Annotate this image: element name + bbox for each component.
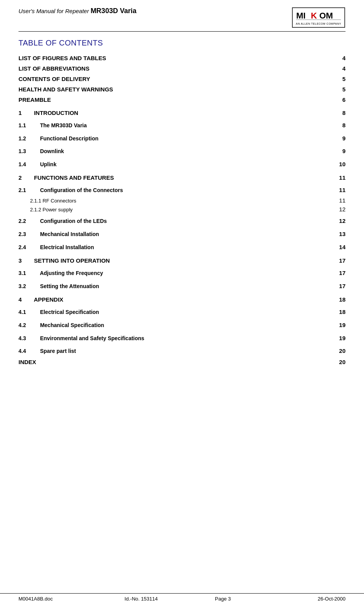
toc-entry-7: 1.2 Functional Description 9 — [18, 131, 346, 144]
toc-text: Uplink — [40, 161, 57, 167]
toc-entry-19: 3.2 Setting the Attenuation 17 — [18, 279, 346, 292]
toc-entry-22: 4.2 Mechanical Specification 19 — [18, 318, 346, 331]
header-title-bold: MR303D Varia — [91, 7, 136, 15]
toc-number: 3.2 — [18, 283, 39, 290]
toc-page: 20 — [338, 347, 346, 355]
toc-text: Power supply — [43, 207, 73, 213]
toc-number: 2.2 — [18, 218, 39, 225]
footer-page: Page 3 — [182, 596, 264, 602]
toc-label: 4.1 Electrical Specification — [18, 309, 99, 316]
page-header: User's Manual for Repeater MR303D Varia … — [18, 7, 346, 32]
toc-page: 12 — [338, 217, 346, 225]
toc-label: 4.3 Environmental and Safety Specificati… — [18, 335, 144, 342]
footer-id: Id.-No. 153114 — [100, 596, 182, 602]
toc-page: 8 — [338, 109, 346, 117]
toc-label: 1 INTRODUCTION — [18, 109, 78, 117]
toc-text: Configuration of the LEDs — [40, 218, 107, 224]
toc-entry-25: INDEX 20 — [18, 357, 346, 367]
toc-number: 4.4 — [18, 348, 39, 355]
svg-text:AN ALLEN TELECOM COMPANY: AN ALLEN TELECOM COMPANY — [296, 22, 341, 25]
toc-entry-15: 2.3 Mechanical Installation 13 — [18, 227, 346, 240]
toc-page: 10 — [338, 160, 346, 168]
toc-number: 1.3 — [18, 148, 39, 155]
toc-page: 11 — [338, 196, 346, 204]
toc-entry-14: 2.2 Configuration of the LEDs 12 — [18, 214, 346, 227]
toc-number: 2.3 — [18, 231, 39, 238]
toc-text: RF Connectors — [43, 198, 76, 204]
toc-number: 4.2 — [18, 322, 39, 329]
toc-label: 3.2 Setting the Attenuation — [18, 283, 99, 290]
toc-label: 1.4 Uplink — [18, 161, 57, 169]
toc-number: 2.4 — [18, 244, 39, 251]
page-container: User's Manual for Repeater MR303D Varia … — [0, 0, 364, 604]
toc-entry-17: 3 SETTING INTO OPERATION 17 — [18, 253, 346, 266]
toc-container: LIST OF FIGURES AND TABLES 4 LIST OF ABB… — [18, 53, 346, 367]
toc-label: HEALTH AND SAFETY WARNINGS — [18, 85, 113, 93]
toc-number: 4.3 — [18, 335, 39, 342]
toc-entry-11: 2.1 Configuration of the Connectors 11 — [18, 183, 346, 196]
toc-text: Environmental and Safety Specifications — [40, 335, 144, 341]
toc-text: INTRODUCTION — [34, 110, 78, 116]
toc-text: Downlink — [40, 148, 64, 154]
toc-page: 11 — [338, 186, 346, 194]
toc-number: 4 — [18, 295, 32, 304]
toc-page: 17 — [338, 282, 346, 290]
toc-entry-21: 4.1 Electrical Specification 18 — [18, 305, 346, 318]
toc-entry-10: 2 FUNCTIONS AND FEATURES 11 — [18, 170, 346, 183]
toc-label: 2.2 Configuration of the LEDs — [18, 218, 107, 225]
svg-text:MI: MI — [296, 11, 305, 20]
toc-page: 9 — [338, 134, 346, 142]
toc-text: APPENDIX — [34, 296, 64, 303]
toc-number: 2.1.2 — [18, 206, 41, 213]
toc-number: 2.1 — [18, 187, 39, 194]
toc-entry-18: 3.1 Adjusting the Frequency 17 — [18, 266, 346, 279]
toc-entry-12: 2.1.1 RF Connectors 11 — [18, 196, 346, 205]
toc-text: Electrical Installation — [40, 244, 94, 250]
page-footer: M0041A8B.doc Id.-No. 153114 Page 3 26-Oc… — [0, 593, 364, 604]
toc-page: 4 — [338, 54, 346, 62]
toc-number: 3 — [18, 256, 32, 265]
toc-text: Functional Description — [40, 135, 99, 142]
toc-label: LIST OF FIGURES AND TABLES — [18, 54, 106, 62]
toc-text: Setting the Attenuation — [40, 283, 99, 289]
toc-entry-0: LIST OF FIGURES AND TABLES 4 — [18, 53, 346, 63]
toc-entry-16: 2.4 Electrical Installation 14 — [18, 240, 346, 253]
toc-text: SETTING INTO OPERATION — [34, 257, 110, 264]
toc-label: PREAMBLE — [18, 96, 51, 104]
toc-entry-23: 4.3 Environmental and Safety Specificati… — [18, 331, 346, 344]
toc-number: 1.2 — [18, 135, 39, 143]
toc-entry-2: CONTENTS OF DELIVERY 5 — [18, 74, 346, 84]
toc-page: 9 — [338, 147, 346, 155]
toc-page: 17 — [338, 269, 346, 277]
toc-label: 1.3 Downlink — [18, 148, 64, 155]
toc-number: 3.1 — [18, 270, 39, 277]
toc-page: 17 — [338, 256, 346, 265]
toc-text: Mechanical Specification — [40, 322, 104, 328]
toc-page: 19 — [338, 334, 346, 342]
toc-entry-1: LIST OF ABBREVIATIONS 4 — [18, 63, 346, 74]
toc-page: 5 — [338, 85, 346, 93]
toc-page: 13 — [338, 230, 346, 238]
toc-label: CONTENTS OF DELIVERY — [18, 75, 90, 83]
toc-label: INDEX — [18, 358, 36, 366]
toc-label: 3.1 Adjusting the Frequency — [18, 270, 103, 277]
toc-label: 2.4 Electrical Installation — [18, 244, 94, 251]
toc-entry-8: 1.3 Downlink 9 — [18, 144, 346, 157]
toc-page: 8 — [338, 121, 346, 129]
toc-text: Electrical Specification — [40, 309, 99, 315]
toc-number: 1.1 — [18, 122, 39, 130]
toc-page: 4 — [338, 64, 346, 73]
toc-entry-24: 4.4 Spare part list 20 — [18, 344, 346, 357]
toc-label: 2.3 Mechanical Installation — [18, 231, 99, 238]
toc-page: 11 — [338, 174, 346, 182]
toc-page: 5 — [338, 75, 346, 83]
footer-doc: M0041A8B.doc — [18, 596, 100, 602]
toc-page: 20 — [338, 358, 346, 366]
toc-label: 2.1.2 Power supply — [18, 206, 73, 213]
toc-number: 2.1.1 — [18, 197, 41, 204]
toc-label: 3 SETTING INTO OPERATION — [18, 256, 110, 265]
toc-number: 4.1 — [18, 309, 39, 316]
toc-number: 1.4 — [18, 161, 39, 169]
toc-text: FUNCTIONS AND FEATURES — [34, 174, 114, 181]
toc-label: 2 FUNCTIONS AND FEATURES — [18, 174, 114, 182]
